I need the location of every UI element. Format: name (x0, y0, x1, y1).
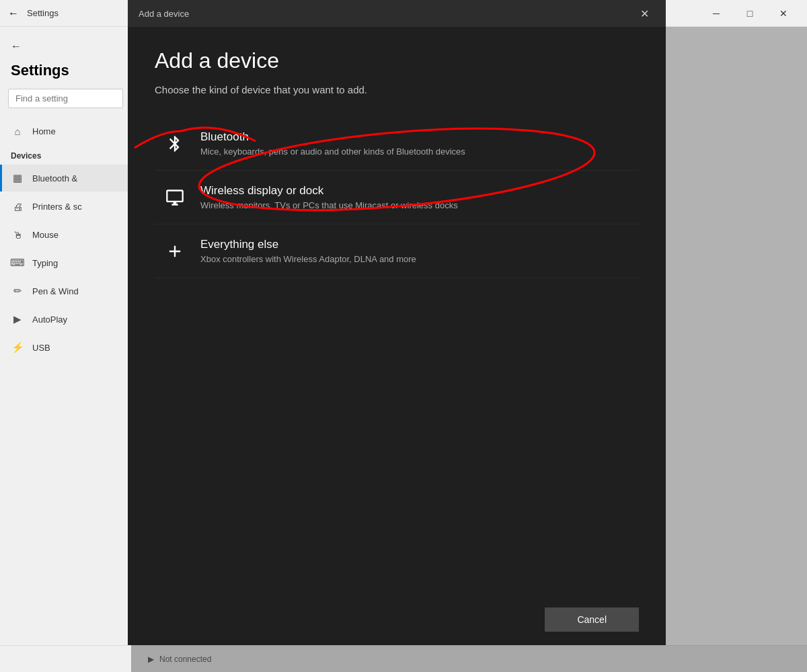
sidebar-item-autoplay-label: AutoPlay (32, 314, 67, 325)
device-option-everything-else[interactable]: Everything else Xbox controllers with Wi… (155, 224, 639, 278)
bluetooth-sidebar-icon: ▦ (11, 171, 24, 185)
bluetooth-option-desc: Mice, keyboards, pens or audio and other… (200, 146, 465, 157)
everything-else-option-desc: Xbox controllers with Wireless Adaptor, … (200, 254, 416, 264)
titlebar-left: ← Settings (8, 7, 59, 19)
device-option-wireless-display[interactable]: Wireless display or dock Wireless monito… (155, 171, 639, 224)
sidebar-section-devices: Devices (0, 146, 131, 163)
home-icon: ⌂ (11, 124, 24, 138)
sidebar-item-printers[interactable]: 🖨 Printers & sc (0, 193, 131, 220)
mouse-icon: 🖱 (11, 228, 24, 241)
sidebar-item-typing-label: Typing (32, 258, 58, 268)
sidebar-item-pen[interactable]: ✏ Pen & Wind (0, 278, 131, 304)
sidebar-item-bluetooth-label: Bluetooth & (32, 173, 77, 183)
titlebar-controls: ─ □ ✕ (701, 3, 799, 24)
wireless-display-option-desc: Wireless monitors, TVs or PCs that use M… (200, 200, 458, 210)
sidebar-item-home-label: Home (32, 126, 56, 136)
usb-icon: ⚡ (11, 341, 24, 354)
dialog-titlebar-title: Add a device (139, 9, 189, 19)
sidebar-item-usb[interactable]: ⚡ USB (0, 334, 131, 361)
sidebar-title: Settings (0, 59, 131, 87)
titlebar-title: Settings (27, 8, 59, 18)
sidebar-item-home[interactable]: ⌂ Home (0, 118, 131, 144)
dialog-body: Add a device Choose the kind of device t… (128, 27, 666, 594)
everything-else-option-text: Everything else Xbox controllers with Wi… (200, 238, 416, 264)
sidebar-item-printers-label: Printers & sc (32, 202, 82, 212)
autoplay-icon: ▶ (11, 312, 24, 326)
dialog-heading: Add a device (155, 48, 639, 73)
sidebar-item-bluetooth[interactable]: ▦ Bluetooth & (0, 165, 131, 192)
sidebar-item-autoplay[interactable]: ▶ AutoPlay (0, 306, 131, 333)
dialog-titlebar: Add a device ✕ (128, 0, 666, 27)
device-option-bluetooth[interactable]: Bluetooth Mice, keyboards, pens or audio… (155, 117, 639, 171)
everything-else-option-title: Everything else (200, 238, 416, 251)
sidebar-item-pen-label: Pen & Wind (32, 286, 79, 296)
sidebar-item-mouse[interactable]: 🖱 Mouse (0, 221, 131, 248)
bluetooth-option-title: Bluetooth (200, 130, 465, 144)
wireless-display-option-text: Wireless display or dock Wireless monito… (200, 184, 458, 210)
back-arrow-icon[interactable]: ← (8, 7, 19, 19)
dialog-close-button[interactable]: ✕ (633, 3, 655, 24)
close-button[interactable]: ✕ (768, 3, 799, 24)
sidebar-item-mouse-label: Mouse (32, 230, 59, 240)
sidebar-item-usb-label: USB (32, 343, 50, 353)
dialog-subtitle: Choose the kind of device that you want … (155, 84, 639, 95)
maximize-button[interactable]: □ (734, 3, 765, 24)
minimize-button[interactable]: ─ (701, 3, 732, 24)
search-input[interactable] (8, 89, 123, 108)
sidebar-item-typing[interactable]: ⌨ Typing (0, 249, 131, 276)
printers-icon: 🖨 (11, 200, 24, 213)
back-icon: ← (11, 40, 22, 52)
sidebar-back[interactable]: ← (0, 35, 131, 58)
bluetooth-icon (163, 132, 187, 156)
wireless-display-option-title: Wireless display or dock (200, 184, 458, 198)
plus-icon (163, 239, 187, 263)
pen-icon: ✏ (11, 284, 24, 298)
add-device-dialog: Add a device ✕ Add a device Choose the k… (128, 0, 666, 645)
dialog-footer: Cancel (128, 594, 666, 645)
cancel-button[interactable]: Cancel (545, 607, 639, 632)
typing-icon: ⌨ (11, 256, 24, 269)
bluetooth-option-text: Bluetooth Mice, keyboards, pens or audio… (200, 130, 465, 157)
monitor-icon (163, 185, 187, 210)
sidebar: ← Settings ⌂ Home Devices ▦ Bluetooth & … (0, 27, 131, 672)
